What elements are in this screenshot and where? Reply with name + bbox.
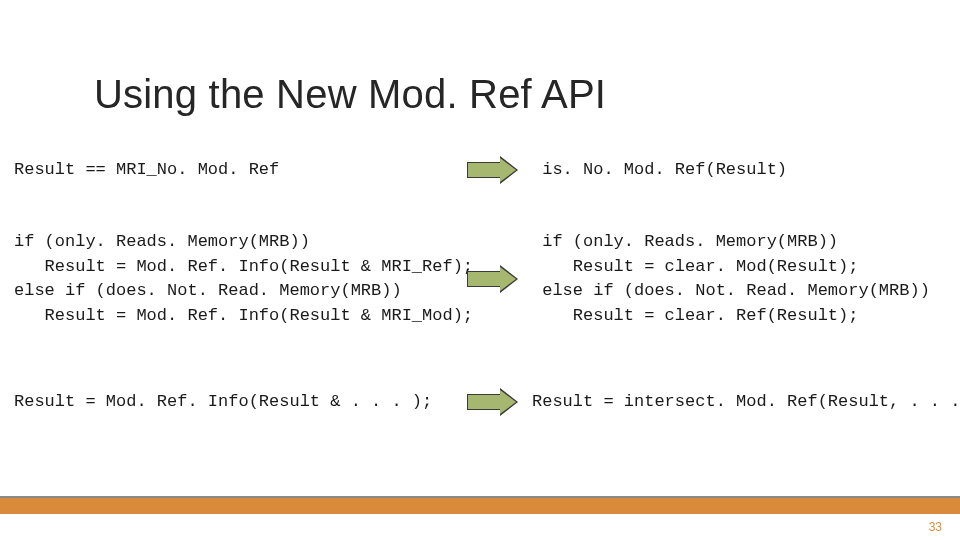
old-api-code-2: if (only. Reads. Memory(MRB)) Result = M… [14,230,454,329]
slide-title: Using the New Mod. Ref API [94,72,606,117]
old-api-code-1: Result == MRI_No. Mod. Ref [14,158,454,183]
new-api-code-1: is. No. Mod. Ref(Result) [532,158,946,183]
arrow-col-2 [454,268,532,290]
example-row-2: if (only. Reads. Memory(MRB)) Result = M… [14,230,946,329]
arrow-col-1 [454,159,532,181]
example-row-3: Result = Mod. Ref. Info(Result & . . . )… [14,390,946,415]
arrow-col-3 [454,391,532,413]
page-number: 33 [929,520,942,534]
example-row-1: Result == MRI_No. Mod. Ref is. No. Mod. … [14,158,946,183]
arrow-right-icon [467,391,519,413]
arrow-right-icon [467,159,519,181]
old-api-code-3: Result = Mod. Ref. Info(Result & . . . )… [14,390,454,415]
arrow-right-icon [467,268,519,290]
new-api-code-3: Result = intersect. Mod. Ref(Result, . .… [532,390,960,415]
footer-accent-bar [0,498,960,514]
new-api-code-2: if (only. Reads. Memory(MRB)) Result = c… [532,230,946,329]
slide: Using the New Mod. Ref API Result == MRI… [0,0,960,540]
